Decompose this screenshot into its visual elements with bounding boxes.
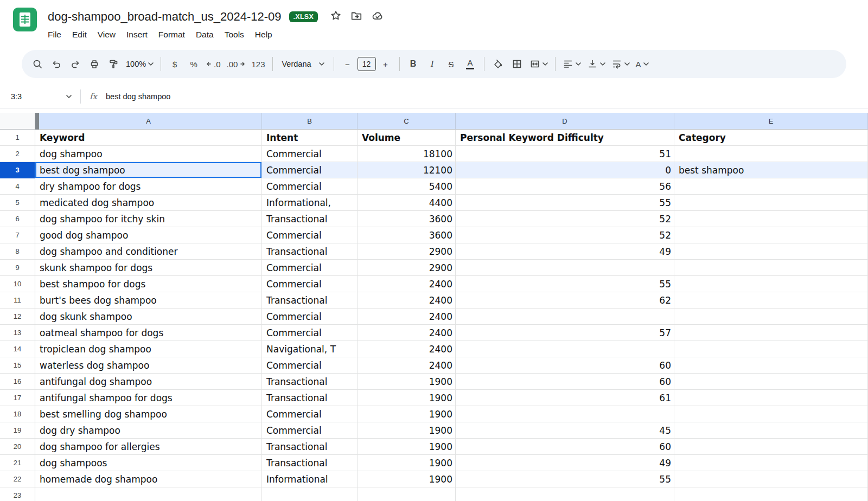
cell-A11[interactable]: burt's bees dog shampoo bbox=[35, 292, 262, 309]
borders-button[interactable] bbox=[508, 55, 526, 73]
currency-format-button[interactable]: $ bbox=[165, 55, 184, 73]
move-to-folder-icon[interactable] bbox=[350, 10, 362, 24]
column-header-d[interactable]: D bbox=[456, 113, 674, 130]
select-all-corner[interactable] bbox=[0, 113, 35, 130]
cell-D22[interactable]: 55 bbox=[456, 471, 674, 487]
cell-A1[interactable]: Keyword bbox=[35, 130, 262, 146]
row-header-9[interactable]: 9 bbox=[0, 260, 35, 276]
cell-E7[interactable] bbox=[674, 227, 868, 243]
cell-A7[interactable]: good dog shampoo bbox=[35, 227, 262, 243]
cell-B11[interactable]: Transactional bbox=[262, 292, 358, 309]
cell-D3[interactable]: 0 bbox=[456, 162, 674, 178]
row-header-20[interactable]: 20 bbox=[0, 439, 35, 455]
cell-C7[interactable]: 3600 bbox=[358, 227, 456, 243]
cell-D7[interactable]: 52 bbox=[456, 227, 674, 243]
cell-C15[interactable]: 2400 bbox=[358, 357, 456, 374]
cell-E22[interactable] bbox=[674, 471, 868, 487]
cell-B10[interactable]: Commercial bbox=[262, 276, 358, 292]
cell-B3[interactable]: Commercial bbox=[262, 162, 358, 178]
cell-C3[interactable]: 12100 bbox=[358, 162, 456, 178]
menu-file[interactable]: File bbox=[42, 28, 67, 42]
cell-E16[interactable] bbox=[674, 374, 868, 390]
column-header-b[interactable]: B bbox=[262, 113, 358, 130]
cell-E19[interactable] bbox=[674, 422, 868, 439]
row-header-22[interactable]: 22 bbox=[0, 471, 35, 487]
cell-E2[interactable] bbox=[674, 146, 868, 162]
cell-D21[interactable]: 49 bbox=[456, 455, 674, 471]
cell-D18[interactable] bbox=[456, 406, 674, 422]
cell-C19[interactable]: 1900 bbox=[358, 422, 456, 439]
cell-D4[interactable]: 56 bbox=[456, 178, 674, 195]
cell-C2[interactable]: 18100 bbox=[358, 146, 456, 162]
cell-B20[interactable]: Transactional bbox=[262, 439, 358, 455]
menu-format[interactable]: Format bbox=[153, 28, 190, 42]
row-header-5[interactable]: 5 bbox=[0, 195, 35, 211]
cell-C13[interactable]: 2400 bbox=[358, 325, 456, 341]
cell-D16[interactable]: 60 bbox=[456, 374, 674, 390]
increase-font-size-button[interactable]: + bbox=[376, 55, 395, 73]
cell-B8[interactable]: Transactional bbox=[262, 243, 358, 260]
row-header-14[interactable]: 14 bbox=[0, 341, 35, 357]
cell-E15[interactable] bbox=[674, 357, 868, 374]
column-header-c[interactable]: C bbox=[358, 113, 456, 130]
cell-A3[interactable]: best dog shampoo bbox=[35, 162, 262, 178]
italic-button[interactable]: I bbox=[423, 55, 442, 73]
row-header-15[interactable]: 15 bbox=[0, 357, 35, 374]
menu-help[interactable]: Help bbox=[250, 28, 278, 42]
cell-C9[interactable]: 2900 bbox=[358, 260, 456, 276]
cell-A15[interactable]: waterless dog shampoo bbox=[35, 357, 262, 374]
cell-C22[interactable]: 1900 bbox=[358, 471, 456, 487]
cell-C8[interactable]: 2900 bbox=[358, 243, 456, 260]
cell-D23[interactable] bbox=[456, 487, 674, 501]
cell-C18[interactable]: 1900 bbox=[358, 406, 456, 422]
cell-B2[interactable]: Commercial bbox=[262, 146, 358, 162]
cell-D15[interactable]: 60 bbox=[456, 357, 674, 374]
cell-B15[interactable]: Commercial bbox=[262, 357, 358, 374]
menu-data[interactable]: Data bbox=[190, 28, 219, 42]
cell-B12[interactable]: Commercial bbox=[262, 309, 358, 325]
cell-D19[interactable]: 45 bbox=[456, 422, 674, 439]
cloud-saved-icon[interactable] bbox=[371, 10, 384, 24]
cell-A5[interactable]: medicated dog shampoo bbox=[35, 195, 262, 211]
cell-D8[interactable]: 49 bbox=[456, 243, 674, 260]
cell-D10[interactable]: 55 bbox=[456, 276, 674, 292]
cell-D6[interactable]: 52 bbox=[456, 211, 674, 227]
menu-edit[interactable]: Edit bbox=[67, 28, 92, 42]
cell-E21[interactable] bbox=[674, 455, 868, 471]
cell-B19[interactable]: Commercial bbox=[262, 422, 358, 439]
cell-D20[interactable]: 60 bbox=[456, 439, 674, 455]
cell-C23[interactable] bbox=[358, 487, 456, 501]
menu-tools[interactable]: Tools bbox=[219, 28, 250, 42]
fill-color-button[interactable] bbox=[489, 55, 507, 73]
cell-C11[interactable]: 2400 bbox=[358, 292, 456, 309]
menu-view[interactable]: View bbox=[92, 28, 121, 42]
decrease-font-size-button[interactable]: − bbox=[339, 55, 357, 73]
row-header-8[interactable]: 8 bbox=[0, 243, 35, 260]
cell-E20[interactable] bbox=[674, 439, 868, 455]
cell-C20[interactable]: 1900 bbox=[358, 439, 456, 455]
vertical-align-button[interactable] bbox=[584, 55, 608, 73]
strikethrough-button[interactable]: S bbox=[442, 55, 461, 73]
number-format-button[interactable]: 123 bbox=[248, 55, 267, 73]
search-button[interactable] bbox=[28, 55, 47, 73]
cell-B5[interactable]: Informational, bbox=[262, 195, 358, 211]
cell-B1[interactable]: Intent bbox=[262, 130, 358, 146]
row-header-7[interactable]: 7 bbox=[0, 227, 35, 243]
cell-C5[interactable]: 4400 bbox=[358, 195, 456, 211]
sheets-logo-icon[interactable] bbox=[13, 8, 37, 31]
formula-input[interactable]: best dog shampoo bbox=[106, 92, 170, 101]
bold-button[interactable]: B bbox=[404, 55, 423, 73]
cell-D9[interactable] bbox=[456, 260, 674, 276]
row-header-6[interactable]: 6 bbox=[0, 211, 35, 227]
cell-E4[interactable] bbox=[674, 178, 868, 195]
cell-E5[interactable] bbox=[674, 195, 868, 211]
cell-D17[interactable]: 61 bbox=[456, 390, 674, 406]
text-rotation-button[interactable]: A bbox=[633, 55, 652, 73]
decrease-decimals-button[interactable]: .0 bbox=[203, 55, 224, 73]
cell-E1[interactable]: Category bbox=[674, 130, 868, 146]
row-header-1[interactable]: 1 bbox=[0, 130, 35, 146]
merge-cells-button[interactable] bbox=[527, 55, 551, 73]
cell-A4[interactable]: dry shampoo for dogs bbox=[35, 178, 262, 195]
row-header-11[interactable]: 11 bbox=[0, 292, 35, 309]
cell-A18[interactable]: best smelling dog shampoo bbox=[35, 406, 262, 422]
